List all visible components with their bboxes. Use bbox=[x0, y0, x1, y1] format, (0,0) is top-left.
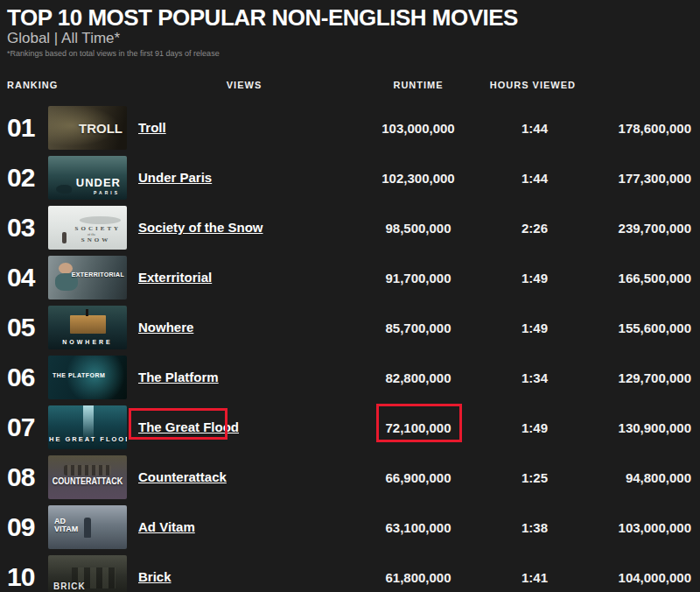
rank-number: 09 bbox=[0, 512, 48, 542]
views-value: 102,300,000 bbox=[350, 171, 486, 186]
thumbnail-caption: SOCIETY bbox=[75, 225, 122, 232]
movie-thumbnail-the-platform[interactable]: THE PLATFORM bbox=[48, 356, 127, 399]
views-value: 66,900,000 bbox=[350, 470, 486, 485]
ranking-footnote: *Rankings based on total views in the fi… bbox=[7, 49, 700, 58]
thumbnail-caption: COUNTERATTACK bbox=[52, 476, 122, 486]
hours-viewed-value: 155,600,000 bbox=[583, 321, 700, 335]
thumbnail-caption: TROLL bbox=[79, 121, 122, 136]
hours-viewed-value: 94,800,000 bbox=[583, 470, 700, 485]
movie-title-link[interactable]: Under Paris bbox=[138, 170, 212, 185]
table-row-7-highlighted: 07 THE GREAT FLOOD The Great Flood 72,10… bbox=[0, 405, 700, 449]
runtime-value: 1:34 bbox=[486, 370, 583, 385]
page-subtitle: Global | All Time* bbox=[7, 31, 700, 46]
thumbnail-caption: AD VITAM bbox=[54, 518, 86, 533]
thumbnail-caption: THE GREAT FLOOD bbox=[48, 435, 127, 443]
top10-table: 01 TROLL Troll 103,000,000 1:44 178,600,… bbox=[0, 106, 700, 592]
views-value: 91,700,000 bbox=[350, 271, 486, 285]
views-value: 85,700,000 bbox=[350, 321, 486, 335]
table-row-1: 01 TROLL Troll 103,000,000 1:44 178,600,… bbox=[0, 106, 700, 150]
movie-thumbnail-society-of-the-snow[interactable]: SOCIETYof theSNOW bbox=[48, 206, 127, 250]
views-value: 72,100,000 bbox=[350, 420, 486, 435]
table-row-8: 08 COUNTERATTACK Counterattack 66,900,00… bbox=[0, 455, 700, 499]
rank-number: 04 bbox=[0, 263, 48, 292]
movie-thumbnail-ad-vitam[interactable]: AD VITAM bbox=[48, 505, 127, 549]
runtime-value: 2:26 bbox=[486, 221, 583, 236]
movie-thumbnail-under-paris[interactable]: UNDERPARIS bbox=[48, 156, 127, 200]
rank-number: 10 bbox=[0, 562, 48, 592]
runtime-value: 1:44 bbox=[486, 171, 583, 186]
thumbnail-subcaption: PARIS bbox=[94, 190, 120, 195]
table-row-4: 04 EXTERRITORIAL Exterritorial 91,700,00… bbox=[0, 256, 700, 300]
movie-title-link[interactable]: Brick bbox=[138, 569, 172, 584]
movie-thumbnail-the-great-flood[interactable]: THE GREAT FLOOD bbox=[48, 405, 127, 449]
rank-number: 07 bbox=[0, 412, 48, 442]
runtime-value: 1:49 bbox=[486, 420, 583, 435]
hours-viewed-value: 104,000,000 bbox=[583, 570, 700, 585]
hours-viewed-value: 130,900,000 bbox=[583, 420, 700, 435]
movie-thumbnail-counterattack[interactable]: COUNTERATTACK bbox=[48, 455, 127, 499]
column-header-ranking: RANKING bbox=[0, 80, 138, 90]
views-value: 61,800,000 bbox=[350, 570, 486, 585]
thumbnail-caption: THE PLATFORM bbox=[52, 372, 105, 378]
table-row-6: 06 THE PLATFORM The Platform 82,800,000 … bbox=[0, 356, 700, 399]
movie-title-link[interactable]: The Platform bbox=[138, 370, 219, 384]
thumbnail-subcaption: SNOW bbox=[81, 236, 110, 243]
views-value: 98,500,000 bbox=[350, 221, 486, 236]
thumbnail-caption: UNDER bbox=[76, 176, 121, 189]
table-row-2: 02 UNDERPARIS Under Paris 102,300,000 1:… bbox=[0, 156, 700, 200]
page-header: TOP 10 MOST POPULAR NON-ENGLISH MOVIES G… bbox=[0, 0, 700, 58]
movie-thumbnail-nowhere[interactable]: NOWHERE bbox=[48, 306, 127, 349]
runtime-value: 1:38 bbox=[486, 520, 583, 535]
column-header-views: VIEWS bbox=[138, 80, 350, 90]
movie-title-link[interactable]: Ad Vitam bbox=[138, 519, 195, 534]
runtime-value: 1:49 bbox=[486, 321, 583, 335]
table-header-row: RANKING VIEWS RUNTIME HOURS VIEWED bbox=[0, 79, 700, 90]
runtime-value: 1:41 bbox=[486, 570, 583, 585]
rank-number: 02 bbox=[0, 163, 48, 193]
rank-number: 06 bbox=[0, 363, 48, 392]
thumbnail-caption: BRICK bbox=[53, 581, 86, 591]
movie-title-link[interactable]: Exterritorial bbox=[138, 270, 212, 285]
table-row-9: 09 AD VITAM Ad Vitam 63,100,000 1:38 103… bbox=[0, 505, 700, 549]
movie-title-link[interactable]: Counterattack bbox=[138, 469, 227, 484]
hours-viewed-value: 239,700,000 bbox=[583, 221, 700, 236]
movie-title-link[interactable]: The Great Flood bbox=[138, 419, 239, 434]
runtime-value: 1:25 bbox=[486, 470, 583, 485]
movie-thumbnail-exterritorial[interactable]: EXTERRITORIAL bbox=[48, 256, 127, 300]
hours-viewed-value: 177,300,000 bbox=[583, 171, 700, 186]
table-row-10: 10 BRICK Brick 61,800,000 1:41 104,000,0… bbox=[0, 555, 700, 592]
column-header-runtime: RUNTIME bbox=[350, 80, 486, 90]
hours-viewed-value: 166,500,000 bbox=[583, 271, 700, 285]
runtime-value: 1:44 bbox=[486, 121, 583, 136]
movie-title-link[interactable]: Troll bbox=[138, 120, 166, 135]
rank-number: 03 bbox=[0, 213, 48, 243]
hours-viewed-value: 129,700,000 bbox=[583, 370, 700, 385]
views-value: 103,000,000 bbox=[350, 121, 486, 136]
movie-title-link[interactable]: Nowhere bbox=[138, 320, 193, 335]
column-header-hours-viewed: HOURS VIEWED bbox=[486, 80, 583, 90]
rank-number: 08 bbox=[0, 462, 48, 492]
table-row-3: 03 SOCIETYof theSNOW Society of the Snow… bbox=[0, 206, 700, 250]
runtime-value: 1:49 bbox=[486, 271, 583, 285]
views-value: 63,100,000 bbox=[350, 520, 486, 535]
movie-thumbnail-brick[interactable]: BRICK bbox=[48, 555, 127, 592]
rank-number: 05 bbox=[0, 313, 48, 342]
hours-viewed-value: 103,000,000 bbox=[583, 520, 700, 535]
page-title: TOP 10 MOST POPULAR NON-ENGLISH MOVIES bbox=[7, 7, 700, 28]
views-value: 82,800,000 bbox=[350, 370, 486, 385]
table-row-5: 05 NOWHERE Nowhere 85,700,000 1:49 155,6… bbox=[0, 306, 700, 349]
thumbnail-caption: NOWHERE bbox=[62, 339, 113, 345]
rank-number: 01 bbox=[0, 113, 48, 143]
movie-thumbnail-troll[interactable]: TROLL bbox=[48, 106, 127, 150]
top10-page: TOP 10 MOST POPULAR NON-ENGLISH MOVIES G… bbox=[0, 0, 700, 592]
hours-viewed-value: 178,600,000 bbox=[583, 121, 700, 136]
thumbnail-caption: EXTERRITORIAL bbox=[72, 271, 124, 278]
movie-title-link[interactable]: Society of the Snow bbox=[138, 220, 263, 235]
